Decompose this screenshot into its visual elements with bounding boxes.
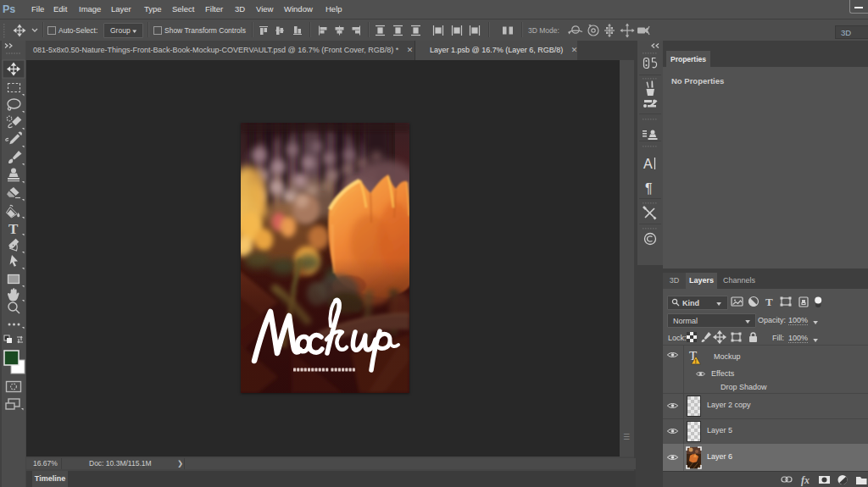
svg-text:!: ! <box>695 358 697 364</box>
svg-text:¶: ¶ <box>645 181 653 196</box>
svg-text:T: T <box>765 296 773 308</box>
svg-text:fx: fx <box>801 474 810 486</box>
svg-text:T: T <box>8 221 19 237</box>
svg-text:A: A <box>643 157 653 171</box>
